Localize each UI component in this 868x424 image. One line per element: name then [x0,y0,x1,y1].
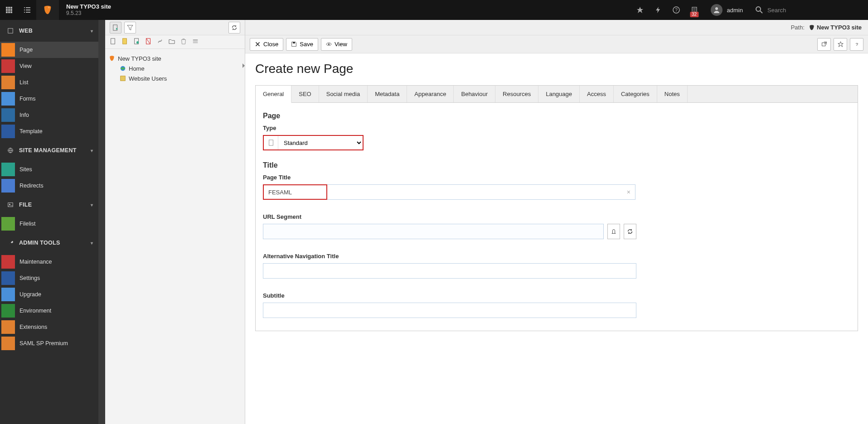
help-page-icon[interactable]: ? [850,38,863,51]
path-typo3-icon [809,24,815,31]
module-item-list[interactable]: List [0,74,98,91]
new-link-icon[interactable] [157,38,163,46]
bookmark-page-icon[interactable] [834,38,847,51]
toggle-slug-lock-icon[interactable] [607,224,620,239]
svg-rect-3 [6,9,8,11]
tab-appearance[interactable]: Appearance [407,86,454,102]
svg-rect-7 [8,11,10,13]
typo3-logo [36,0,59,20]
svg-rect-11 [24,10,25,10]
delete-drop-icon[interactable] [180,38,187,46]
new-page-wizard-icon[interactable] [110,22,121,34]
refresh-tree-icon[interactable] [228,22,240,34]
module-item-redirects[interactable]: Redirects [0,178,98,194]
module-item-saml-sp-premium[interactable]: SAML SP Premium [0,335,98,352]
module-group-web[interactable]: WEB▾ [0,20,98,42]
url-segment-input[interactable] [263,224,604,239]
alt-nav-input[interactable] [263,263,636,279]
page-title-input[interactable] [263,184,327,200]
page-type-dropdown[interactable]: Standard [278,136,363,149]
tab-language[interactable]: Language [538,86,580,102]
tree-node-home[interactable]: Home [109,63,241,73]
module-item-settings[interactable]: Settings [0,270,98,286]
page-type-select[interactable]: Standard [263,135,364,150]
help-icon[interactable]: ? [667,0,685,20]
new-folder-icon[interactable] [169,38,175,46]
svg-point-15 [48,6,50,8]
avatar-icon [711,4,723,16]
module-item-extensions[interactable]: Extensions [0,319,98,335]
module-menu: WEB▾PageViewListFormsInfoTemplateSITE MA… [0,20,98,424]
module-menu-scrollbar[interactable] [98,20,105,424]
svg-rect-40 [121,76,126,81]
tab-seo[interactable]: SEO [291,86,319,102]
new-backend-user-icon[interactable] [121,38,128,46]
list-icon[interactable] [18,0,36,20]
new-standard-page-icon[interactable] [110,38,116,46]
tab-notes[interactable]: Notes [657,86,688,102]
tab-metadata[interactable]: Metadata [368,86,407,102]
module-group-admin-tools[interactable]: ADMIN TOOLS▾ [0,232,98,254]
module-item-upgrade[interactable]: Upgrade [0,286,98,303]
svg-rect-30 [111,39,115,44]
page-title-extended[interactable]: × [327,184,635,200]
label-alt-nav: Alternative Navigation Title [263,253,850,260]
module-item-info[interactable]: Info [0,107,98,123]
content-area: Path: New TYPO3 site Close Save View [245,20,868,424]
module-item-forms[interactable]: Forms [0,91,98,107]
new-mountpoint-icon[interactable] [145,38,151,46]
module-item-maintenance[interactable]: Maintenance [0,254,98,270]
module-item-filelist[interactable]: Filelist [0,216,98,232]
save-button[interactable]: Save [286,38,318,51]
flash-icon[interactable] [649,0,667,20]
open-new-window-icon[interactable] [817,38,831,51]
form-scroll[interactable]: Create new Page GeneralSEOSocial mediaMe… [245,53,868,424]
module-item-view[interactable]: View [0,58,98,74]
svg-rect-8 [10,11,12,13]
tab-panel-general: Page Type Standard Title Page Title × [255,102,858,331]
svg-rect-1 [8,7,10,9]
page-tree: New TYPO3 site Home Website Users [105,49,245,424]
recalculate-slug-icon[interactable] [624,224,636,239]
svg-rect-45 [269,140,273,145]
tree-resize-handle[interactable] [242,61,245,424]
close-button[interactable]: Close [250,38,283,51]
user-menu[interactable]: admin [703,0,750,20]
tree-root-label: New TYPO3 site [118,55,161,62]
module-item-template[interactable]: Template [0,123,98,140]
form-tabs: GeneralSEOSocial mediaMetadataAppearance… [255,85,858,102]
svg-rect-4 [8,9,10,11]
tree-node-website-users[interactable]: Website Users [109,73,241,83]
site-version: 9.5.23 [66,10,81,16]
tab-access[interactable]: Access [580,86,614,102]
view-button[interactable]: View [321,38,352,51]
topbar: New TYPO3 site 9.5.23 ? 32 admin Search [0,0,868,20]
section-page: Page [263,112,850,120]
tree-root[interactable]: New TYPO3 site [109,53,241,63]
label-type: Type [263,125,850,131]
module-group-site-management[interactable]: SITE MANAGEMENT▾ [0,140,98,161]
subtitle-input[interactable] [263,303,636,318]
path-bar: Path: New TYPO3 site [245,20,868,35]
new-shortcut-icon[interactable] [133,38,140,46]
module-item-sites[interactable]: Sites [0,161,98,178]
tab-resources[interactable]: Resources [495,86,538,102]
clear-title-icon[interactable]: × [627,188,630,196]
filter-icon[interactable] [124,22,136,34]
svg-line-24 [760,11,762,13]
svg-rect-31 [123,39,127,44]
tab-categories[interactable]: Categories [614,86,657,102]
tab-behaviour[interactable]: Behaviour [454,86,495,102]
module-item-page[interactable]: Page [0,42,98,58]
notifications-icon[interactable]: 32 [685,0,703,20]
site-title-text: New TYPO3 site [66,4,111,10]
global-search[interactable]: Search [750,0,868,20]
apps-grid-icon[interactable] [0,0,18,20]
module-item-environment[interactable]: Environment [0,303,98,319]
bookmark-icon[interactable] [631,0,649,20]
divider-drop-icon[interactable] [192,38,199,46]
tab-general[interactable]: General [256,86,291,103]
tab-social-media[interactable]: Social media [319,86,368,102]
svg-rect-9 [24,7,25,8]
module-group-file[interactable]: FILE▾ [0,194,98,216]
